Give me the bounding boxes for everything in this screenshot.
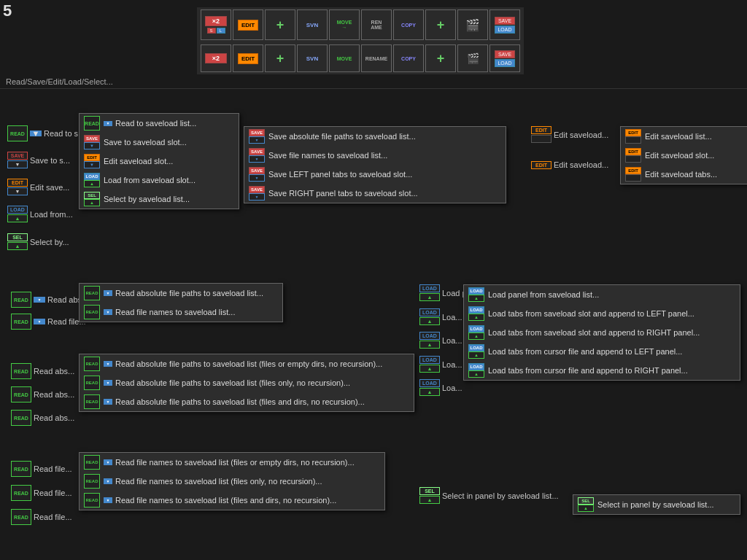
popup-load-item[interactable]: LOAD ▲ Load from saveload slot...	[80, 171, 239, 190]
read-abs-anchor4[interactable]: READ Read abs...	[11, 410, 74, 426]
save-filenames-item[interactable]: SAVE ▼ Save file names to saveload list.…	[244, 146, 506, 165]
read-abs-filesanddirs-item[interactable]: READ ▼ Read absolute file paths to savel…	[80, 392, 414, 411]
toolbar2-rename-btn[interactable]: RENAME	[361, 44, 392, 72]
toolbar2-add-btn[interactable]: +	[265, 44, 295, 72]
read-filenames-label: Read file names to saveload list...	[115, 308, 235, 316]
toolbar2-move-btn[interactable]: MOVE	[329, 44, 360, 72]
sel-main-anchor[interactable]: SEL ▲ Select by...	[7, 233, 69, 250]
main-canvas: READ ▼ Read to s... SAVE ▼ Save to s... …	[0, 88, 747, 560]
read-abs-empty-item[interactable]: READ ▼ Read absolute file paths to savel…	[80, 354, 414, 373]
save-submenu-popup: SAVE ▼ Save absolute file paths to savel…	[244, 126, 506, 203]
read-file-filesanddirs-label: Read file names to saveload list (files …	[115, 496, 336, 505]
read-abs-filesonly-label: Read absolute file paths to saveload lis…	[115, 378, 350, 387]
toolbar2-plus-btn[interactable]: +	[425, 44, 456, 72]
edit-saveload-anchor2[interactable]: EDIT Edit saveload...	[531, 160, 608, 169]
load-submenu-popup: LOAD ▲ Load panel from saveload list... …	[463, 284, 740, 381]
save-abs-item[interactable]: SAVE ▼ Save absolute file paths to savel…	[244, 127, 506, 146]
save-left-label: Save LEFT panel tabs to saveload slot...	[268, 170, 412, 179]
save-abs-label: Save absolute file paths to saveload lis…	[268, 132, 416, 141]
edit-main-anchor[interactable]: EDIT ▼ Edit save...	[7, 179, 69, 195]
toolbar-row1: ×2 S L EDIT + SVN MOVE→ RENAME COPY + 🎬 …	[197, 7, 524, 42]
read-file-anchor3[interactable]: READ Read file...	[11, 485, 72, 501]
load-tabs-left-cursor-label: Load tabs from cursor file and append to…	[488, 347, 682, 356]
toolbar-film-btn[interactable]: 🎬	[457, 9, 488, 40]
read-abs-anchor2[interactable]: READ Read abs...	[11, 363, 74, 379]
read-abs-paths-label: Read absolute file paths to saveload lis…	[115, 289, 263, 298]
toolbar2-x2-btn[interactable]: ×2	[201, 44, 231, 72]
read-submenu2-popup: READ ▼ Read absolute file paths to savel…	[79, 354, 414, 412]
load-main-label: Load from...	[30, 210, 73, 219]
popup-sel-item[interactable]: SEL ▲ Select by saveload list...	[80, 190, 239, 209]
load-tabs-right-cursor-item[interactable]: LOAD ▲ Load tabs from cursor file and ap…	[464, 361, 740, 380]
read-abs-empty-label: Read absolute file paths to saveload lis…	[115, 359, 382, 368]
read-file-filesanddirs-item[interactable]: READ ▼ Read file names to saveload list …	[80, 491, 384, 510]
load-panel-list-label: Load panel from saveload list...	[488, 290, 599, 299]
load-anchor-4[interactable]: LOAD ▲ Loa...	[419, 379, 462, 396]
toolbar-edit-btn[interactable]: EDIT	[233, 9, 263, 40]
load-main-anchor[interactable]: LOAD ▲ Load from...	[7, 206, 73, 222]
popup-read-item[interactable]: READ ▼ Read to saveload list...	[80, 114, 239, 133]
toolbar-add-btn[interactable]: +	[265, 9, 295, 40]
toolbar-copy-btn[interactable]: COPY	[393, 9, 424, 40]
read-abs-filesanddirs-label: Read absolute file paths to saveload lis…	[115, 397, 365, 406]
toolbar2-svn-btn[interactable]: SVN	[297, 44, 328, 72]
load-tabs-right-cursor-label: Load tabs from cursor file and append to…	[488, 366, 688, 375]
popup-load-label: Load from saveload slot...	[104, 176, 196, 184]
toolbar2-saveload-btn[interactable]: SAVE LOAD	[489, 44, 520, 72]
load-panel-list-item[interactable]: LOAD ▲ Load panel from saveload list...	[464, 285, 740, 304]
save-main-label: Save to s...	[30, 156, 70, 165]
popup-edit-label: Edit saveload slot...	[104, 157, 173, 166]
read-filenames-item[interactable]: READ ▼ Read file names to saveload list.…	[80, 303, 282, 322]
load-tabs-right-slot-label: Load tabs from saveload slot and append …	[488, 328, 700, 337]
toolbar-move-btn[interactable]: MOVE→	[329, 9, 360, 40]
popup-save-item[interactable]: SAVE ▼ Save to saveload slot...	[80, 133, 239, 152]
toolbar2-film-btn[interactable]: 🎬	[457, 44, 488, 72]
read-abs-anchor1[interactable]: READ ▼ Read abs...	[11, 292, 88, 308]
popup-save-label: Save to saveload slot...	[104, 138, 187, 147]
read-main-anchor[interactable]: READ ▼ Read to s...	[7, 125, 85, 141]
edit-saveload-anchor1[interactable]: EDIT Edit saveload...	[531, 126, 608, 143]
toolbar-rename-btn[interactable]: RENAME	[361, 9, 392, 40]
read-file-empty-item[interactable]: READ ▼ Read file names to saveload list …	[80, 453, 384, 472]
read-abs-filesonly-item[interactable]: READ ▼ Read absolute file paths to savel…	[80, 373, 414, 392]
popup-sel-label: Select by saveload list...	[104, 195, 190, 203]
read-file-anchor1[interactable]: READ ▼ Read file...	[11, 314, 86, 330]
toolbar-plus-btn[interactable]: +	[425, 9, 456, 40]
read-file-empty-label: Read file names to saveload list (files …	[115, 458, 355, 467]
load-anchor-3[interactable]: LOAD ▲ Loa...	[419, 356, 462, 373]
toolbar-x2-btn[interactable]: ×2 S L	[201, 9, 231, 40]
edit-tabs-item[interactable]: EDIT Edit saveload tabs...	[621, 165, 747, 184]
sel-panel-anchor[interactable]: SEL ▲ Select in panel by saveload list..…	[419, 487, 559, 504]
edit-main-label: Edit save...	[30, 183, 69, 192]
load-anchor-2[interactable]: LOAD ▲ Loa...	[419, 332, 462, 349]
read-file-filesonly-label: Read file names to saveload list (files …	[115, 477, 322, 486]
popup-edit-item[interactable]: EDIT ▼ Edit saveload slot...	[80, 152, 239, 171]
edit-list-label: Edit saveload list...	[645, 132, 712, 141]
sel-submenu-popup: SEL ▲ Select in panel by saveload list..…	[573, 494, 740, 515]
sel-list-label: Select in panel by saveload list...	[597, 500, 714, 509]
save-right-item[interactable]: SAVE ▼ Save RIGHT panel tabs to saveload…	[244, 184, 506, 203]
load-tabs-left-cursor-item[interactable]: LOAD ▲ Load tabs from cursor file and ap…	[464, 342, 740, 361]
edit-slot-label: Edit saveload slot...	[645, 151, 714, 160]
save-left-item[interactable]: SAVE ▼ Save LEFT panel tabs to saveload …	[244, 165, 506, 184]
toolbar-svn-btn[interactable]: SVN	[297, 9, 328, 40]
toolbar2-copy-btn[interactable]: COPY	[393, 44, 424, 72]
read-abs-anchor3[interactable]: READ Read abs...	[11, 386, 74, 402]
load-tabs-right-slot-item[interactable]: LOAD ▲ Load tabs from saveload slot and …	[464, 323, 740, 342]
load-anchor-1[interactable]: LOAD ▲ Loa...	[419, 308, 462, 325]
toolbar2-edit-btn[interactable]: EDIT	[233, 44, 263, 72]
popup-read-label: Read to saveload list...	[115, 119, 196, 128]
edit-submenu-popup: EDIT Edit saveload list... EDIT Edit sav…	[620, 126, 747, 184]
load-tabs-left-slot-item[interactable]: LOAD ▲ Load tabs from saveload slot and …	[464, 304, 740, 323]
read-abs-paths-item[interactable]: READ ▼ Read absolute file paths to savel…	[80, 284, 282, 303]
save-main-anchor[interactable]: SAVE ▼ Save to s...	[7, 152, 70, 168]
edit-slot-item[interactable]: EDIT Edit saveload slot...	[621, 146, 747, 165]
read-file-anchor2[interactable]: READ Read file...	[11, 461, 72, 477]
read-file-filesonly-item[interactable]: READ ▼ Read file names to saveload list …	[80, 472, 384, 491]
save-right-label: Save RIGHT panel tabs to saveload slot..…	[268, 189, 418, 198]
sel-list-item[interactable]: SEL ▲ Select in panel by saveload list..…	[573, 495, 740, 514]
edit-list-item[interactable]: EDIT Edit saveload list...	[621, 127, 747, 146]
edit-tabs-label: Edit saveload tabs...	[645, 170, 717, 179]
read-file-anchor4[interactable]: READ Read file...	[11, 509, 72, 525]
toolbar-saveload-btn[interactable]: SAVE LOAD	[489, 9, 520, 40]
